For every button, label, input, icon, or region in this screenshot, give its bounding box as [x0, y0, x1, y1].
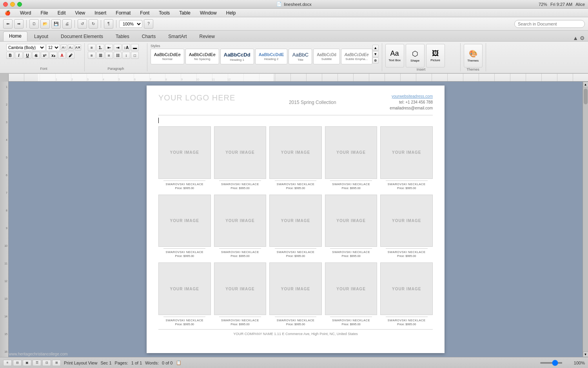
- insert-shape-btn[interactable]: ⬡ Shape: [406, 44, 425, 67]
- style-title[interactable]: AaBbC Title: [289, 49, 312, 64]
- style-subtle-emphasis[interactable]: AaBbCcDdEe Subtle Empha...: [341, 49, 372, 64]
- menu-word[interactable]: Word: [18, 9, 33, 16]
- style-normal[interactable]: AaBbCcDdEe Normal: [151, 49, 184, 64]
- toolbar-nav-forward[interactable]: ➡: [14, 19, 24, 29]
- vertical-ruler-ticks: 1 2 3 4 5 6 7 8 9 10 11 12 13 14 15 16 1…: [0, 82, 8, 357]
- view-btn-5[interactable]: ⊡: [42, 360, 51, 366]
- style-subtitle[interactable]: AaBbCcDd Subtitle: [313, 49, 339, 64]
- menu-insert[interactable]: Insert: [93, 9, 108, 16]
- styles-scroll-down[interactable]: ▼: [372, 51, 379, 57]
- insert-picture-btn[interactable]: 🖼 Picture: [426, 44, 445, 67]
- product-name: SWAROVSKI NECKLACE: [332, 319, 370, 322]
- line-spacing-button[interactable]: ↕: [122, 52, 130, 59]
- menu-format[interactable]: Format: [114, 9, 132, 16]
- menu-view[interactable]: View: [73, 9, 87, 16]
- view-btn-2[interactable]: ⊟: [13, 360, 22, 366]
- tab-smartart[interactable]: SmartArt: [162, 32, 192, 41]
- product-item: YOUR IMAGE SWAROVSKI NECKLACE Price: $99…: [214, 262, 267, 326]
- font-family-select[interactable]: Cambria (Body): [6, 44, 45, 51]
- tab-home[interactable]: Home: [3, 31, 27, 41]
- view-btn-4[interactable]: ☰: [33, 360, 41, 366]
- sort-button[interactable]: ↕A: [122, 44, 130, 51]
- ribbon-settings-btn[interactable]: ⚙: [580, 35, 585, 41]
- apple-menu[interactable]: 🍎: [3, 9, 12, 16]
- font-size-decrease[interactable]: A↓: [68, 44, 74, 51]
- product-item: YOUR IMAGE SWAROVSKI NECKLACE Price: $99…: [158, 195, 211, 258]
- toolbar-help[interactable]: ?: [144, 19, 153, 29]
- font-size-increase[interactable]: A↑: [61, 44, 67, 51]
- zoom-slider[interactable]: [540, 362, 572, 364]
- style-heading-2[interactable]: AaBbCcDdE Heading 2: [255, 49, 288, 64]
- subscript-button[interactable]: x₂: [49, 52, 57, 59]
- view-btn-3[interactable]: ▣: [23, 360, 31, 366]
- toolbar-redo[interactable]: ↻: [89, 19, 98, 29]
- minimize-button[interactable]: [10, 2, 15, 7]
- menu-help[interactable]: Help: [225, 9, 238, 16]
- superscript-button[interactable]: x²: [41, 52, 49, 59]
- toolbar-nav-back[interactable]: ⬅: [3, 19, 13, 29]
- toolbar-new[interactable]: 🗋: [29, 19, 39, 29]
- zoom-select[interactable]: 100% 75% 125% 150%: [119, 20, 142, 28]
- bullets-button[interactable]: ≡: [88, 44, 96, 51]
- ribbon-collapse-btn[interactable]: ▲: [573, 35, 578, 41]
- toolbar-open[interactable]: 📂: [40, 19, 50, 29]
- toolbar-print[interactable]: 🖨: [62, 19, 72, 29]
- themes-btn[interactable]: 🎨 Themes: [464, 44, 483, 67]
- tab-charts[interactable]: Charts: [136, 32, 162, 41]
- shading-button[interactable]: ▬: [131, 44, 139, 51]
- view-btn-6[interactable]: ⊞: [52, 360, 61, 366]
- font-size-select[interactable]: 12: [46, 44, 60, 51]
- right-scrollbar[interactable]: ▲ ▼: [583, 82, 588, 357]
- outdent-button[interactable]: ⇤: [105, 44, 113, 51]
- product-separator: [219, 180, 261, 181]
- justify-button[interactable]: ☷: [114, 52, 122, 59]
- menu-font[interactable]: Font: [138, 9, 151, 16]
- toolbar-save[interactable]: 💾: [51, 19, 61, 29]
- bold-button[interactable]: B: [6, 52, 14, 59]
- style-no-spacing[interactable]: AaBbCcDdEe No Spacing: [185, 49, 219, 64]
- border-button[interactable]: □: [131, 52, 139, 59]
- underline-button[interactable]: U: [24, 52, 31, 59]
- menu-edit[interactable]: Edit: [56, 9, 67, 16]
- highlight-button[interactable]: 🖌: [67, 52, 74, 59]
- insert-textbox-btn[interactable]: Aa Text Box: [385, 44, 404, 67]
- scroll-thumb[interactable]: [584, 89, 588, 104]
- tab-layout[interactable]: Layout: [28, 32, 54, 41]
- strikethrough-button[interactable]: S̶: [32, 52, 40, 59]
- indent-button[interactable]: ⇥: [114, 44, 122, 51]
- menu-file[interactable]: File: [39, 9, 49, 16]
- product-item: YOUR IMAGE SWAROVSKI NECKLACE Price: $99…: [214, 126, 267, 190]
- ribbon-tabs: Home Layout Document Elements Tables Cha…: [0, 31, 588, 42]
- scroll-up-btn[interactable]: ▲: [583, 82, 588, 87]
- view-btn-1[interactable]: ≡: [3, 360, 12, 366]
- toolbar-undo[interactable]: ↺: [78, 19, 87, 29]
- close-button[interactable]: [3, 2, 8, 7]
- align-right-button[interactable]: ≡: [105, 52, 113, 59]
- styles-scroll-up[interactable]: ▲: [372, 45, 379, 51]
- tab-review[interactable]: Review: [193, 32, 220, 41]
- align-left-button[interactable]: ≡: [88, 52, 96, 59]
- tab-tables[interactable]: Tables: [110, 32, 135, 41]
- scroll-down-btn[interactable]: ▼: [583, 352, 588, 357]
- numbering-button[interactable]: 1.: [96, 44, 104, 51]
- product-price: Price: $995.00: [341, 186, 360, 190]
- product-image-placeholder: YOUR IMAGE: [170, 287, 199, 291]
- tab-document-elements[interactable]: Document Elements: [55, 32, 109, 41]
- doc-scroll-area[interactable]: YOUR LOGO HERE 2015 Spring Collection yo…: [9, 82, 583, 357]
- product-item: YOUR IMAGE SWAROVSKI NECKLACE Price: $99…: [325, 262, 377, 326]
- align-center-button[interactable]: ☰: [96, 52, 104, 59]
- styles-expand[interactable]: ⊕: [372, 57, 379, 64]
- menu-window[interactable]: Window: [198, 9, 218, 16]
- product-separator: [386, 180, 428, 181]
- font-color-button[interactable]: A: [58, 52, 66, 59]
- product-item: YOUR IMAGE SWAROVSKI NECKLACE Price: $99…: [269, 262, 322, 326]
- menu-table[interactable]: Table: [178, 9, 192, 16]
- italic-button[interactable]: I: [15, 52, 23, 59]
- search-input[interactable]: [514, 20, 585, 28]
- style-heading-1[interactable]: AaBbCcDd Heading 1: [220, 49, 254, 64]
- font-clear-format[interactable]: A✕: [75, 44, 81, 51]
- menu-tools[interactable]: Tools: [157, 9, 171, 16]
- window-controls[interactable]: [3, 2, 22, 7]
- maximize-button[interactable]: [17, 2, 22, 7]
- toolbar-paragraph[interactable]: ¶: [104, 19, 113, 29]
